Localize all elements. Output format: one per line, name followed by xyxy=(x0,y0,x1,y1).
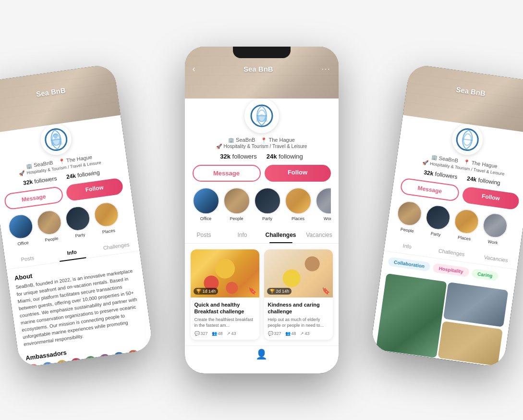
profile-section-center: 🏢 SeaBnB 📍 The Hague 🚀 Hospitality & Tou… xyxy=(185,99,339,227)
bookmark-icon-kindness[interactable]: 🔖 xyxy=(322,287,330,295)
story-people-center[interactable]: People xyxy=(223,187,250,221)
tab-challenges-center[interactable]: Challenges xyxy=(262,227,300,243)
card-stats-breakfast: 💬 327 👥 48 ↗ 43 xyxy=(195,331,255,336)
tab-info-center[interactable]: Info xyxy=(223,227,262,243)
industry-center: 🚀 Hospitality & Tourism / Travel & Leisu… xyxy=(193,144,331,149)
story-work-center[interactable]: Work xyxy=(316,187,331,221)
actions-row-center: Message Follow xyxy=(193,165,331,182)
story-places-right[interactable]: Places xyxy=(451,208,481,243)
building-icon-right: 🏢 xyxy=(431,154,437,161)
comment-icon-2: 💬 xyxy=(268,331,273,336)
rocket-icon-right: 🚀 xyxy=(422,160,428,166)
message-button-left[interactable]: Message xyxy=(3,186,64,210)
story-party-right[interactable]: Party xyxy=(423,203,452,238)
story-label-office-center: Office xyxy=(200,216,211,221)
tab-vacancies-center[interactable]: Vacancies xyxy=(300,227,339,243)
avatar-right xyxy=(450,122,485,157)
story-circle-party-left xyxy=(63,204,92,233)
app-title-left: Sea BnB xyxy=(36,86,66,98)
story-circle-people-center xyxy=(223,187,250,214)
bookmark-icon-breakfast[interactable]: 🔖 xyxy=(248,287,256,295)
phone-right-screen: ‹ Sea BnB ··· xyxy=(370,63,523,368)
avatar-wrap-center xyxy=(193,99,331,133)
story-label-office-left: Office xyxy=(17,240,29,247)
story-circle-people-right xyxy=(395,199,424,228)
location-icon-left: 📍 xyxy=(58,158,64,164)
story-label-places-left: Places xyxy=(102,228,115,235)
tag-caring[interactable]: Caring xyxy=(471,269,499,282)
message-button-center[interactable]: Message xyxy=(193,165,261,182)
location-meta-center: 📍 The Hague xyxy=(261,137,294,143)
challenge-card-breakfast[interactable]: 🏆 1d 14h 🔖 Quick and healthy Breakfast c… xyxy=(191,249,259,340)
story-label-party-left: Party xyxy=(74,232,85,238)
following-stat-right: 24k following xyxy=(466,175,500,186)
story-label-people-left: People xyxy=(44,236,58,243)
nav-bar-left: ‹ Sea BnB xyxy=(0,78,116,107)
story-circle-places-left xyxy=(92,200,121,229)
story-circle-places-right xyxy=(452,208,481,236)
phone-left-screen: ‹ Sea BnB xyxy=(0,63,153,368)
story-circle-office-left xyxy=(6,212,35,241)
follow-button-left[interactable]: Follow xyxy=(65,177,124,201)
follow-button-center[interactable]: Follow xyxy=(265,165,331,182)
tag-hospitality[interactable]: Hospitality xyxy=(432,263,469,277)
phone-center-inner: ‹ Sea BnB ··· xyxy=(185,47,339,373)
people-icon: 👥 xyxy=(212,331,217,336)
story-circle-party-center xyxy=(254,187,281,214)
story-label-places-center: Places xyxy=(292,216,304,221)
card-desc-breakfast: Create the healthiest breakfast in the f… xyxy=(195,317,255,329)
profile-tab-icon[interactable]: 👤 xyxy=(255,348,268,360)
message-button-right[interactable]: Message xyxy=(400,177,460,202)
following-stat-left: 24k following xyxy=(66,169,100,181)
app-title-center: Sea BnB xyxy=(243,65,273,73)
people-icon-2: 👥 xyxy=(285,331,291,336)
comments-stat-breakfast: 💬 327 xyxy=(195,331,208,336)
phone-right: ‹ Sea BnB ··· xyxy=(370,63,523,368)
building-icon-center: 🏢 xyxy=(228,137,234,143)
photo-1 xyxy=(376,273,447,358)
card-timer-breakfast: 🏆 1d 14h xyxy=(194,288,219,295)
story-circle-office-center xyxy=(193,187,219,214)
tab-posts-center[interactable]: Posts xyxy=(185,227,223,243)
story-office-center[interactable]: Office xyxy=(193,187,219,221)
story-people-left[interactable]: People xyxy=(35,209,64,244)
story-people-right[interactable]: People xyxy=(394,199,424,235)
card-image-breakfast: 🏆 1d 14h 🔖 xyxy=(191,249,259,297)
challenge-card-kindness[interactable]: 🏆 2d 14h 🔖 Kindness and caring challenge… xyxy=(264,249,333,340)
scene: ‹ Sea BnB xyxy=(0,0,523,420)
nav-bar-right: ‹ Sea BnB ··· xyxy=(407,78,523,105)
stories-center: Office People Party Places xyxy=(193,187,331,221)
phone-left: ‹ Sea BnB xyxy=(0,63,153,368)
trophy-icon-2: 🏆 xyxy=(269,289,275,294)
story-label-people-center: People xyxy=(230,216,243,221)
shares-stat-breakfast: ↗ 43 xyxy=(227,331,236,336)
back-icon-center[interactable]: ‹ xyxy=(193,64,195,74)
story-work-right[interactable]: Work xyxy=(480,211,509,247)
phone-center-screen: ‹ Sea BnB ··· xyxy=(185,47,339,373)
story-places-left[interactable]: Places xyxy=(92,200,122,235)
story-circle-party-right xyxy=(424,203,452,232)
menu-dots-center[interactable]: ··· xyxy=(321,65,330,74)
card-body-breakfast: Quick and healthy Breakfast challenge Cr… xyxy=(191,297,259,340)
phone-center: ‹ Sea BnB ··· xyxy=(185,47,339,373)
ambassador-3 xyxy=(55,359,69,368)
share-icon-2: ↗ xyxy=(300,331,304,336)
ambassador-5 xyxy=(84,355,97,368)
avatar-center xyxy=(244,99,279,133)
phone-right-inner: ‹ Sea BnB ··· xyxy=(370,63,523,368)
story-places-center[interactable]: Places xyxy=(285,187,312,221)
nav-bar-center: ‹ Sea BnB ··· xyxy=(185,64,339,74)
tag-collaboration[interactable]: Collaboration xyxy=(388,257,431,272)
story-party-left[interactable]: Party xyxy=(63,204,93,239)
story-office-left[interactable]: Office xyxy=(6,212,36,247)
stats-row-center: 32k followers 24k following xyxy=(193,153,331,160)
comments-stat-kindness: 💬 327 xyxy=(268,331,281,336)
ambassador-4 xyxy=(69,357,83,368)
follow-button-right[interactable]: Follow xyxy=(461,186,520,210)
app-title-right: Sea BnB xyxy=(455,85,486,97)
story-label-work-center: Work xyxy=(324,216,330,221)
followers-stat-left: 32k followers xyxy=(23,175,57,186)
story-party-center[interactable]: Party xyxy=(254,187,281,221)
people-stat-breakfast: 👥 48 xyxy=(212,331,223,336)
story-circle-places-center xyxy=(285,187,312,214)
